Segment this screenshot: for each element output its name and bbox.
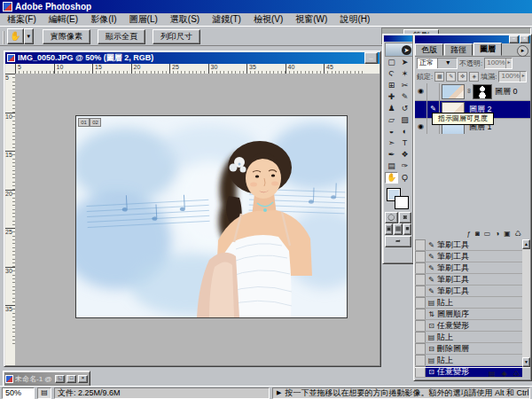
menu-item[interactable]: 選取(S) (165, 12, 205, 27)
document-size-info[interactable]: 文件: 2.25M/9.6M (54, 387, 270, 399)
view-button[interactable]: 列印尺寸 (153, 29, 200, 44)
menu-item[interactable]: 說明(H) (334, 12, 375, 27)
view-button[interactable]: 實際像素 (43, 29, 90, 44)
tool-button[interactable]: ✶ (398, 68, 411, 80)
blend-dropdown-arrow-icon[interactable]: ▾ (437, 59, 458, 68)
minimized-document-window[interactable]: 未命名-1 @ 66.7% ◱ □ × (3, 371, 90, 387)
history-state-row[interactable]: ✎ 筆刷工具 (415, 262, 522, 274)
palette-tab[interactable]: 圖層 (473, 43, 502, 56)
visibility-cell-empty[interactable] (415, 101, 427, 118)
palette-menu-button[interactable]: ▸ (517, 45, 528, 57)
layer-thumbnail[interactable] (442, 84, 465, 99)
tool-button[interactable]: ✒ (385, 149, 398, 160)
close-button[interactable]: × (78, 375, 88, 383)
photo-canvas[interactable]: 01 02 (75, 115, 348, 318)
menu-item[interactable]: 視窗(W) (290, 12, 332, 27)
layers-palette-icon[interactable]: ƒ (467, 229, 471, 239)
history-state-row[interactable]: ✎ 筆刷工具 (415, 286, 522, 297)
visibility-eye-icon[interactable]: ◉ (415, 83, 427, 100)
screen-mode-button[interactable]: ▣ (385, 223, 393, 235)
tool-button[interactable]: ✋ (385, 172, 398, 184)
minimized-titlebar[interactable]: 未命名-1 @ 66.7% ◱ □ × (4, 372, 89, 385)
lock-toggle-icon[interactable]: ▩ (434, 72, 444, 82)
palette-tab[interactable]: 色版 (415, 43, 443, 56)
history-state-row[interactable]: ✎ 筆刷工具 (415, 274, 522, 286)
layer-row-0[interactable]: ◉ ∞ 圖層 0 (415, 83, 530, 101)
palettes-titlebar[interactable]: − × (415, 35, 530, 43)
history-state-row[interactable]: ▤ 貼上 (415, 355, 522, 366)
maximize-button[interactable]: □ (66, 375, 76, 383)
opacity-spinner-icon[interactable]: ▸ (505, 59, 512, 68)
history-brush-source-checkbox[interactable] (415, 355, 426, 365)
layers-palette-icon[interactable]: ◙ (475, 229, 480, 239)
adobe-online-icon[interactable]: ➤ (402, 45, 411, 55)
tool-button[interactable]: ◐ (398, 126, 411, 137)
history-brush-source-checkbox[interactable] (415, 297, 426, 308)
layers-palette-icon[interactable]: ◑ (495, 229, 499, 239)
history-state-row[interactable]: ▤ 貼上 (415, 332, 522, 343)
menu-item[interactable]: 濾鏡(T) (207, 12, 246, 27)
layer-mask-thumbnail[interactable] (473, 84, 492, 99)
history-palette-icon[interactable]: ◈ (502, 369, 507, 379)
tool-button[interactable]: ▨ (398, 114, 411, 126)
tool-button[interactable]: T (398, 137, 411, 149)
tool-button[interactable]: ✎ (398, 91, 411, 103)
history-brush-source-checkbox[interactable] (415, 286, 426, 296)
hand-tool-icon[interactable]: ✋ (7, 28, 24, 44)
history-brush-source-checkbox[interactable] (415, 274, 426, 285)
tool-button[interactable]: ♟ (385, 103, 398, 114)
blend-mode-select[interactable]: 正常 ▾ (417, 58, 458, 69)
tool-button[interactable]: ➤ (398, 57, 411, 68)
tool-button[interactable]: Ϛ (385, 68, 398, 80)
history-brush-source-checkbox[interactable] (415, 262, 426, 273)
screen-mode-button[interactable]: ▦ (394, 223, 402, 235)
background-color-swatch[interactable] (395, 196, 409, 209)
fill-spinner-icon[interactable]: ▸ (520, 72, 527, 82)
view-button[interactable]: 顯示全頁 (98, 29, 145, 44)
toolbox-logo[interactable]: ➤ (385, 43, 413, 57)
screen-mode-button[interactable]: ■ (403, 223, 411, 235)
history-brush-source-checkbox[interactable] (415, 309, 426, 319)
history-state-row[interactable]: ✎ 筆刷工具 (415, 239, 522, 251)
tool-preset-dropdown-arrow-icon[interactable]: ▾ (24, 28, 34, 44)
history-palette-icon[interactable]: ▤ (489, 369, 496, 379)
tool-button[interactable]: ◒ (385, 126, 398, 137)
restore-button[interactable]: ◱ (55, 375, 65, 383)
layer-name[interactable]: 圖層 0 (492, 86, 518, 98)
menu-item[interactable]: 圖層(L) (124, 12, 163, 27)
mask-link-icon[interactable]: ∞ (466, 89, 473, 95)
tool-button[interactable]: ❖ (398, 149, 411, 160)
tool-button[interactable]: ▤ (385, 160, 398, 172)
zoom-percent-input[interactable]: 50% (2, 387, 35, 399)
menu-item[interactable]: 檔案(F) (2, 12, 42, 27)
palette-tab[interactable]: 路徑 (444, 43, 473, 56)
palette-close-button[interactable]: × (520, 35, 529, 43)
lock-toggle-icon[interactable]: ✜ (458, 72, 467, 82)
tool-button[interactable]: ▢ (385, 57, 398, 68)
history-brush-source-checkbox[interactable] (415, 332, 426, 342)
jump-to-imageready-button[interactable]: ➦ (385, 236, 411, 247)
tool-button[interactable]: ✚ (385, 91, 398, 103)
menu-item[interactable]: 編輯(E) (43, 12, 83, 27)
fill-field[interactable]: 100% ▸ (498, 71, 527, 82)
palette-minimize-button[interactable]: − (509, 35, 519, 43)
history-brush-source-checkbox[interactable] (415, 343, 426, 354)
tool-button[interactable]: ▱ (385, 114, 398, 126)
tool-preset-picker[interactable]: ✋ ▾ (7, 28, 34, 43)
tool-button[interactable]: ✑ (398, 160, 411, 172)
history-brush-source-checkbox[interactable] (415, 320, 426, 331)
document-minimize-button[interactable]: _ (364, 52, 378, 64)
tool-button[interactable]: ↺ (398, 103, 411, 114)
lock-toggle-icon[interactable]: ✎ (446, 72, 456, 82)
layers-palette-icon[interactable]: ♺ (515, 229, 521, 239)
toolbox-titlebar[interactable] (384, 35, 412, 42)
opacity-field[interactable]: 100% ▸ (484, 58, 512, 69)
quickmask-mode-button[interactable]: ◯ (385, 212, 398, 223)
scroll-down-arrow-icon[interactable]: ▼ (522, 357, 530, 367)
menu-item[interactable]: 影像(I) (85, 12, 121, 27)
layers-palette-icon[interactable]: ▭ (484, 229, 491, 239)
quickmask-mode-button[interactable]: ◙ (399, 212, 412, 223)
history-state-row[interactable]: ✎ 筆刷工具 (415, 251, 522, 262)
lock-toggle-icon[interactable]: ◈ (469, 72, 479, 82)
tool-button[interactable]: ✂ (398, 80, 411, 91)
